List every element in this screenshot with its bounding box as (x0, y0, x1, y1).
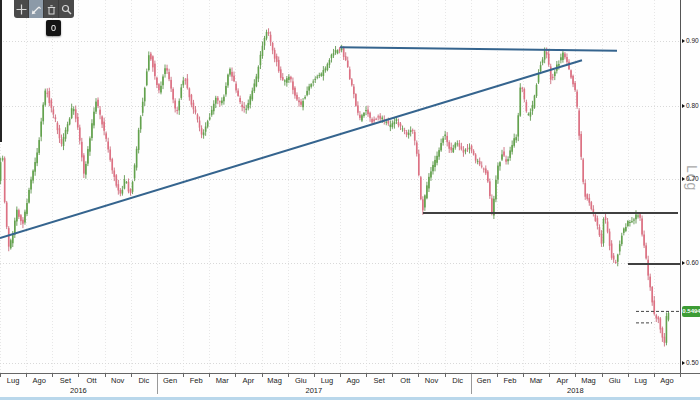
drawing-count-tooltip: 0 (46, 20, 61, 36)
month-label: Dic (131, 376, 157, 385)
month-label: Gen (471, 376, 497, 385)
month-label: Apr (549, 376, 575, 385)
month-label: Set (52, 376, 78, 385)
month-label: Ago (26, 376, 52, 385)
candlestick-chart[interactable] (0, 0, 680, 373)
month-label: Nov (105, 376, 131, 385)
price-tick-marker (682, 104, 685, 108)
year-separator (157, 374, 158, 394)
month-label: Feb (497, 376, 523, 385)
month-label: Nov (419, 376, 445, 385)
month-label: Feb (183, 376, 209, 385)
price-tick-marker (682, 361, 685, 365)
month-label: Lug (628, 376, 654, 385)
draw-trendline-tool-button[interactable] (29, 0, 44, 18)
delete-drawings-tool-button[interactable] (44, 0, 59, 18)
month-label: Mar (209, 376, 235, 385)
month-label: Gen (157, 376, 183, 385)
month-label: Giu (602, 376, 628, 385)
left-border-fragment (0, 0, 2, 142)
price-tick-marker (682, 39, 685, 43)
price-tick-marker (682, 177, 685, 181)
crosshair-tool-button[interactable] (14, 0, 29, 18)
zoom-tool-button[interactable] (59, 0, 74, 18)
year-label: 2017 (299, 386, 329, 395)
month-label: Giu (288, 376, 314, 385)
year-label: 2016 (63, 386, 93, 395)
month-label: Ago (654, 376, 680, 385)
trash-icon (46, 4, 57, 15)
chart-window: 0 Log 0.5494 0.900.800.700.600.50 LugAgo… (0, 0, 700, 400)
month-label: Dic (445, 376, 471, 385)
month-label: Mar (523, 376, 549, 385)
price-tick-marker (682, 261, 685, 265)
price-tick-label: 0.60 (682, 259, 699, 266)
month-label: Ott (79, 376, 105, 385)
month-label: Ott (392, 376, 418, 385)
month-label: Lug (0, 376, 26, 385)
month-label: Lug (314, 376, 340, 385)
year-separator (471, 374, 472, 394)
chart-toolbar (14, 0, 74, 18)
month-label: Apr (235, 376, 261, 385)
price-tick-label: 0.70 (682, 175, 699, 182)
time-tick-mark (680, 374, 681, 377)
price-tick-label: 0.90 (682, 37, 699, 44)
time-axis[interactable]: LugAgoSetOttNovDicGenFebMarAprMagGiuLugA… (0, 373, 700, 397)
pencil-icon (31, 4, 42, 15)
month-label: Mag (575, 376, 601, 385)
magnifier-icon (61, 4, 72, 15)
price-tick-label: 0.50 (682, 359, 699, 366)
month-label: Set (366, 376, 392, 385)
month-label: Mag (262, 376, 288, 385)
crosshair-icon (16, 4, 27, 15)
month-label: Ago (340, 376, 366, 385)
price-tick-label: 0.80 (682, 102, 699, 109)
year-label: 2018 (560, 386, 590, 395)
last-price-badge: 0.5494 (682, 306, 700, 317)
price-axis[interactable]: Log 0.5494 0.900.800.700.600.50 (680, 0, 700, 373)
